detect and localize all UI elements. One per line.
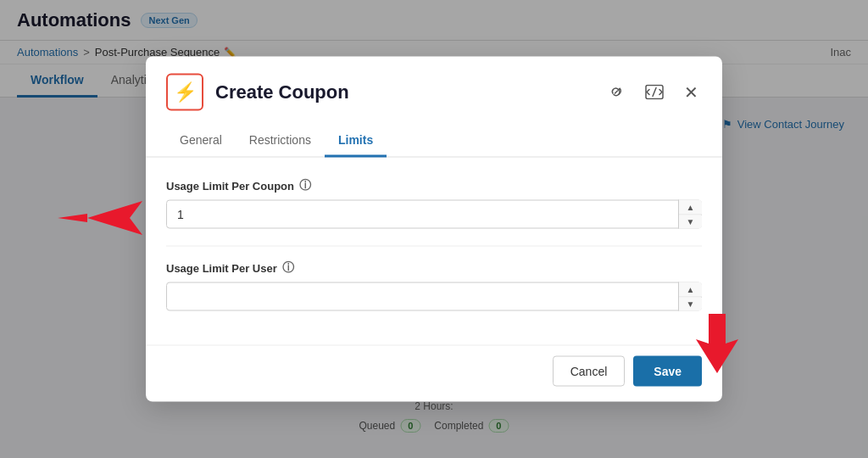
red-arrow-down bbox=[692, 314, 743, 373]
red-arrow-left bbox=[58, 197, 142, 239]
modal-tab-limits[interactable]: Limits bbox=[325, 125, 387, 158]
modal-tab-restrictions[interactable]: Restrictions bbox=[236, 125, 325, 158]
modal-header: ⚡ Create Coupon ✕ bbox=[146, 57, 722, 111]
close-button[interactable]: ✕ bbox=[681, 79, 702, 106]
info-icon-user[interactable]: ⓘ bbox=[282, 260, 294, 276]
svg-marker-0 bbox=[87, 201, 142, 235]
cancel-button[interactable]: Cancel bbox=[553, 356, 626, 387]
usage-limit-coupon-input-wrapper: ▲ ▼ bbox=[166, 200, 702, 229]
modal-tab-general[interactable]: General bbox=[166, 125, 236, 158]
create-coupon-modal: ⚡ Create Coupon ✕ bbox=[146, 57, 722, 402]
link-icon bbox=[608, 84, 625, 101]
modal-footer: Cancel Save bbox=[146, 345, 722, 402]
lightning-icon: ⚡ bbox=[174, 81, 197, 103]
modal-body: Usage Limit Per Coupon ⓘ ▲ ▼ Usage Limit… bbox=[146, 158, 722, 345]
usage-limit-coupon-group: Usage Limit Per Coupon ⓘ ▲ ▼ bbox=[166, 178, 702, 229]
info-icon-coupon[interactable]: ⓘ bbox=[299, 178, 311, 193]
svg-marker-2 bbox=[696, 314, 738, 373]
svg-marker-1 bbox=[58, 214, 87, 222]
user-spinner-buttons: ▲ ▼ bbox=[678, 282, 702, 311]
modal-icon-box: ⚡ bbox=[166, 74, 203, 111]
coupon-spinner-buttons: ▲ ▼ bbox=[678, 200, 702, 229]
usage-limit-user-input-wrapper: ▲ ▼ bbox=[166, 282, 702, 311]
modal-header-icons: ✕ bbox=[604, 79, 702, 106]
page-background: Automations Next Gen Automations > Post-… bbox=[0, 0, 868, 458]
code-icon bbox=[645, 85, 664, 100]
modal-tabs: General Restrictions Limits bbox=[146, 125, 722, 158]
modal-title: Create Coupon bbox=[215, 81, 593, 103]
coupon-spinner-down[interactable]: ▼ bbox=[679, 215, 702, 229]
usage-limit-coupon-label: Usage Limit Per Coupon ⓘ bbox=[166, 178, 702, 193]
usage-limit-user-group: Usage Limit Per User ⓘ ▲ ▼ bbox=[166, 260, 702, 311]
usage-limit-user-input[interactable] bbox=[166, 282, 702, 311]
coupon-spinner-up[interactable]: ▲ bbox=[679, 200, 702, 215]
usage-limit-coupon-input[interactable] bbox=[166, 200, 702, 229]
usage-limit-user-label: Usage Limit Per User ⓘ bbox=[166, 260, 702, 276]
user-spinner-up[interactable]: ▲ bbox=[679, 282, 702, 298]
form-divider bbox=[166, 246, 702, 247]
link-icon-button[interactable] bbox=[604, 81, 628, 104]
code-icon-button[interactable] bbox=[642, 81, 667, 103]
user-spinner-down[interactable]: ▼ bbox=[679, 297, 702, 311]
